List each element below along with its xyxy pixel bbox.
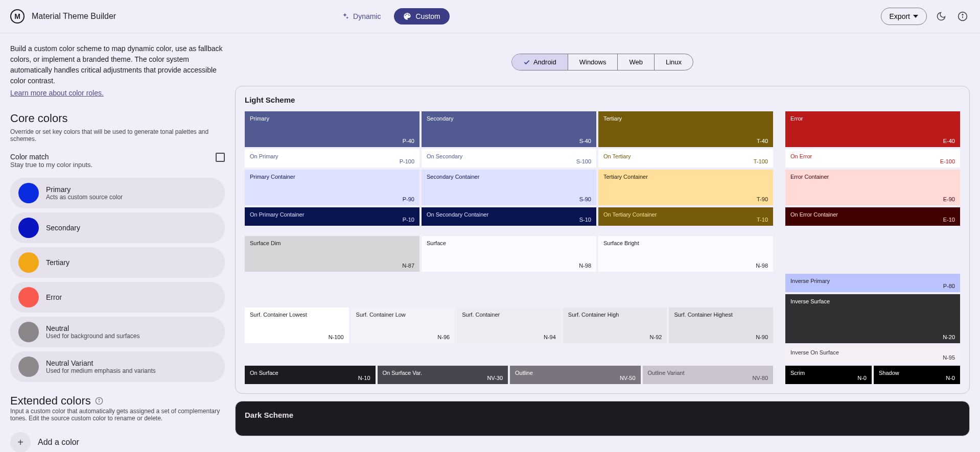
- role-token: E-10: [943, 217, 955, 223]
- role-token: NV-30: [487, 375, 503, 381]
- role-on-tertiary-container[interactable]: On Tertiary ContainerT-10: [598, 207, 773, 226]
- role-token: NV-50: [620, 375, 636, 381]
- role-inverse-primary[interactable]: Inverse PrimaryP-80: [785, 274, 960, 292]
- palette-icon: [403, 12, 411, 20]
- core-color-secondary[interactable]: Secondary: [10, 212, 225, 243]
- role-surf-cont-high[interactable]: Surf. Container HighN-92: [563, 307, 667, 343]
- role-secondary[interactable]: SecondaryS-40: [422, 111, 596, 147]
- right-panel: AndroidWindowsWebLinux Light Scheme Prim…: [235, 33, 970, 452]
- role-name: On Error: [790, 153, 955, 159]
- role-name: Secondary: [427, 115, 591, 122]
- role-on-surface-var[interactable]: On Surface Var.NV-30: [378, 366, 508, 384]
- platform-tab-linux[interactable]: Linux: [655, 54, 693, 70]
- role-name: Surface Bright: [603, 240, 768, 246]
- add-color-button[interactable]: + Add a color: [10, 432, 225, 452]
- role-name: Surf. Container Highest: [674, 312, 768, 318]
- role-name: On Secondary Container: [427, 211, 591, 218]
- color-swatch: [18, 322, 39, 342]
- dark-scheme-title: Dark Scheme: [245, 411, 960, 419]
- role-on-tertiary[interactable]: On TertiaryT-100: [598, 149, 773, 168]
- role-token: S-90: [579, 196, 591, 202]
- role-surface-dim[interactable]: Surface DimN-87: [245, 236, 419, 272]
- header: M Material Theme Builder Dynamic Custom …: [0, 0, 980, 33]
- info-button[interactable]: [955, 9, 970, 23]
- role-surf-cont-highest[interactable]: Surf. Container HighestN-90: [669, 307, 773, 343]
- role-token: N-98: [756, 263, 768, 269]
- color-swatch: [18, 183, 39, 203]
- role-name: Inverse On Surface: [790, 349, 955, 355]
- plus-icon: +: [10, 432, 31, 452]
- light-scheme-title: Light Scheme: [245, 96, 960, 104]
- material-logo-icon: M: [10, 9, 25, 23]
- core-color-neutral[interactable]: NeutralUsed for background and surfaces: [10, 317, 225, 347]
- extended-colors-subtitle: Input a custom color that automatically …: [10, 408, 225, 422]
- platform-tab-web[interactable]: Web: [618, 54, 655, 70]
- color-item-sub: Used for background and surfaces: [46, 332, 139, 340]
- role-primary-container[interactable]: Primary ContainerP-90: [245, 170, 419, 205]
- role-error-container[interactable]: Error ContainerE-90: [785, 170, 960, 205]
- sparkle-icon: [341, 12, 349, 20]
- role-on-secondary[interactable]: On SecondaryS-100: [422, 149, 596, 168]
- learn-more-link[interactable]: Learn more about color roles.: [10, 89, 104, 97]
- color-item-sub: Acts as custom source color: [46, 194, 123, 201]
- role-name: Surf. Container Low: [356, 312, 450, 318]
- role-secondary-container[interactable]: Secondary ContainerS-90: [422, 170, 596, 205]
- role-token: T-90: [757, 196, 768, 202]
- core-color-error[interactable]: Error: [10, 282, 225, 313]
- role-tertiary[interactable]: TertiaryT-40: [598, 111, 773, 147]
- role-token: N-0: [946, 375, 955, 381]
- role-on-primary[interactable]: On PrimaryP-100: [245, 149, 419, 168]
- role-outline[interactable]: OutlineNV-50: [510, 366, 641, 384]
- color-match-checkbox[interactable]: [216, 153, 225, 162]
- core-color-primary[interactable]: PrimaryActs as custom source color: [10, 178, 225, 208]
- dynamic-mode-button[interactable]: Dynamic: [332, 8, 390, 25]
- color-item-name: Error: [46, 293, 62, 301]
- platform-tab-android[interactable]: Android: [512, 54, 568, 70]
- core-color-neutral-variant[interactable]: Neutral VariantUsed for medium emphasis …: [10, 351, 225, 382]
- role-name: Outline: [515, 370, 636, 376]
- role-tertiary-container[interactable]: Tertiary ContainerT-90: [598, 170, 773, 205]
- role-token: N-20: [943, 334, 955, 340]
- role-token: T-100: [754, 158, 768, 164]
- export-button[interactable]: Export: [881, 8, 927, 25]
- info-icon[interactable]: [95, 397, 103, 405]
- role-name: Primary: [250, 115, 414, 122]
- role-name: Error: [790, 115, 955, 122]
- chevron-down-icon: [913, 15, 918, 18]
- role-name: Tertiary Container: [603, 174, 768, 180]
- role-outline-variant[interactable]: Outline VariantNV-80: [643, 366, 774, 384]
- color-swatch: [18, 218, 39, 238]
- color-item-sub: Used for medium emphasis and variants: [46, 367, 156, 374]
- role-inverse-surface[interactable]: Inverse SurfaceN-20: [785, 294, 960, 343]
- dark-mode-toggle[interactable]: [934, 9, 948, 23]
- core-color-tertiary[interactable]: Tertiary: [10, 247, 225, 278]
- role-inverse-on-surface[interactable]: Inverse On SurfaceN-95: [785, 345, 960, 364]
- role-surface[interactable]: SurfaceN-98: [422, 236, 596, 272]
- role-scrim[interactable]: ScrimN-0: [785, 366, 872, 384]
- role-error[interactable]: ErrorE-40: [785, 111, 960, 147]
- role-name: Surface Dim: [250, 240, 414, 246]
- role-token: S-10: [579, 217, 591, 223]
- role-surface-bright[interactable]: Surface BrightN-98: [598, 236, 773, 272]
- role-name: On Secondary: [427, 153, 591, 159]
- role-surf-cont[interactable]: Surf. ContainerN-94: [457, 307, 561, 343]
- platform-tab-windows[interactable]: Windows: [568, 54, 618, 70]
- left-panel: Build a custom color scheme to map dynam…: [10, 33, 225, 452]
- role-name: Surf. Container Lowest: [250, 312, 344, 318]
- role-on-surface[interactable]: On SurfaceN-10: [245, 366, 376, 384]
- role-surf-cont-low[interactable]: Surf. Container LowN-96: [351, 307, 455, 343]
- role-shadow[interactable]: ShadowN-0: [874, 366, 960, 384]
- color-swatch: [18, 287, 39, 307]
- role-on-error-container[interactable]: On Error ContainerE-10: [785, 207, 960, 226]
- moon-icon: [936, 11, 946, 21]
- role-token: E-90: [943, 196, 955, 202]
- color-match-sub: Stay true to my color inputs.: [10, 161, 92, 169]
- role-surf-cont-lowest[interactable]: Surf. Container LowestN-100: [245, 307, 349, 343]
- custom-mode-button[interactable]: Custom: [394, 8, 449, 25]
- role-name: On Tertiary: [603, 153, 768, 159]
- role-on-secondary-container[interactable]: On Secondary ContainerS-10: [422, 207, 596, 226]
- role-primary[interactable]: PrimaryP-40: [245, 111, 419, 147]
- role-on-error[interactable]: On ErrorE-100: [785, 149, 960, 168]
- role-on-primary-container[interactable]: On Primary ContainerP-10: [245, 207, 419, 226]
- role-name: Surf. Container High: [568, 312, 662, 318]
